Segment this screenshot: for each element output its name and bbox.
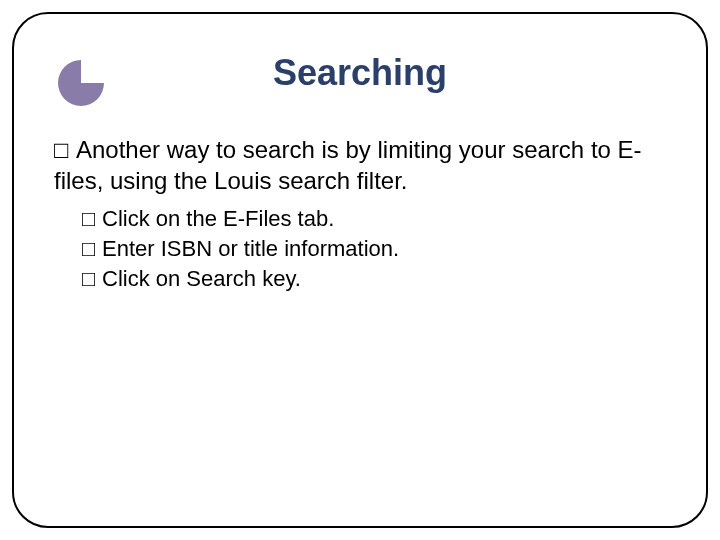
sub-bullet-text: Click on the E-Files tab. [102, 206, 334, 231]
bullet-square-icon: □ [82, 264, 102, 294]
bullet-square-icon: □ [82, 204, 102, 234]
main-bullet: □Another way to search is by limiting yo… [54, 134, 666, 196]
sub-bullet: □Click on Search key. [82, 264, 666, 294]
bullet-square-icon: □ [82, 234, 102, 264]
sub-bullet-text: Enter ISBN or title information. [102, 236, 399, 261]
sub-bullet-text: Click on Search key. [102, 266, 301, 291]
pacman-icon [58, 60, 104, 106]
slide-title: Searching [54, 52, 666, 94]
main-bullet-text: Another way to search is by limiting you… [54, 136, 642, 194]
sub-bullet: □Enter ISBN or title information. [82, 234, 666, 264]
bullet-square-icon: □ [54, 134, 76, 165]
slide-frame: Searching □Another way to search is by l… [12, 12, 708, 528]
sub-bullet: □Click on the E-Files tab. [82, 204, 666, 234]
sub-bullet-list: □Click on the E-Files tab. □Enter ISBN o… [82, 204, 666, 293]
